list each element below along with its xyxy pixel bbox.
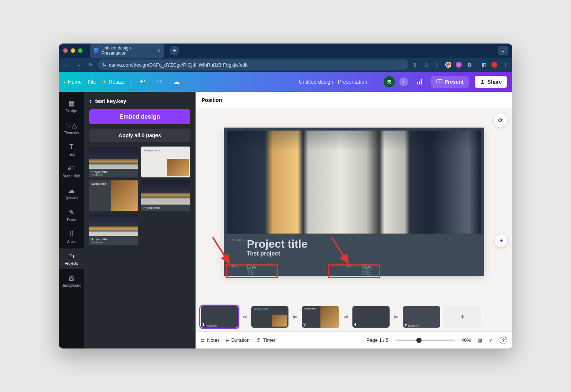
home-button[interactable]: ‹Home — [64, 79, 82, 85]
user-avatar[interactable]: R — [384, 76, 395, 87]
cloud-sync-icon[interactable]: ☁ — [171, 76, 182, 87]
fullscreen-button[interactable]: ⤢ — [489, 337, 493, 343]
slide-subtitle[interactable]: Test project — [247, 250, 477, 257]
name-value-2: ME — [362, 270, 446, 276]
browser-menu-icon[interactable]: ⋮ — [502, 61, 509, 68]
side-panel-icon[interactable]: ◧ — [480, 61, 487, 68]
rail-design[interactable]: ▦Design — [59, 96, 84, 117]
zoom-value[interactable]: 40% — [461, 337, 471, 343]
apply-all-pages-button[interactable]: Apply all 5 pages — [89, 129, 190, 142]
bookmark-icon[interactable]: ☆ — [423, 61, 430, 68]
template-thumb-2[interactable]: Sample title — [141, 147, 190, 177]
minimize-window-button[interactable] — [71, 48, 75, 53]
browser-tab[interactable]: Untitled design - Presentation × — [90, 44, 164, 58]
extension-moon-icon[interactable]: ☾ — [434, 61, 441, 68]
timer-icon: ⏱ — [256, 337, 261, 343]
rail-apps[interactable]: ⠿Apps — [59, 226, 84, 248]
transition-icon-3[interactable]: ⋈ — [343, 314, 349, 320]
left-rail: ▦Design ♡△Elements TText 🏷Brand Hub ☁Upl… — [59, 92, 84, 348]
notes-button[interactable]: ≣Notes — [201, 337, 220, 343]
slide-footer: PROJECT Project title Test project DATE … — [224, 234, 484, 276]
client-label: Client — [346, 265, 354, 269]
stage[interactable]: ⟳ PROJECT Project title Test project DAT… — [196, 108, 512, 296]
share-page-icon[interactable]: ⇧ — [412, 61, 419, 68]
browser-address-bar: ← → ⟳ ⇆ canva.com/design/DAFo_dYZCgc/PIG… — [59, 58, 512, 72]
name-value-1: NA — [362, 263, 446, 270]
zoom-slider[interactable] — [395, 340, 455, 341]
bottom-toolbar: ≣Notes ▸Duration ⏱Timer Page 1 / 5 40% ▦… — [196, 331, 512, 348]
page-thumb-5[interactable]: project title 5 — [403, 306, 440, 328]
embed-design-button[interactable]: Embed design — [89, 109, 190, 124]
forward-button[interactable]: → — [74, 62, 83, 68]
page-thumb-3[interactable]: Sample title 3 — [302, 306, 339, 328]
analytics-icon[interactable] — [414, 76, 425, 87]
slide-canvas[interactable]: PROJECT Project title Test project DATE … — [224, 128, 484, 276]
grid-view-button[interactable]: ▦ — [478, 337, 482, 343]
refresh-preview-button[interactable]: ⟳ — [494, 113, 507, 127]
magic-button[interactable]: ✦ — [494, 234, 508, 247]
app-window: Untitled design - Presentation × + ⌄ ← →… — [59, 44, 512, 348]
rail-projects[interactable]: 🗀Projects — [59, 248, 84, 269]
template-thumb-1[interactable]: Project titleTest project — [89, 147, 138, 177]
tabs-overflow-button[interactable]: ⌄ — [498, 46, 508, 55]
page-indicator[interactable]: Page 1 / 5 — [367, 337, 388, 343]
new-tab-button[interactable]: + — [170, 46, 179, 55]
reload-button[interactable]: ⟳ — [86, 62, 94, 68]
position-button[interactable]: Position — [201, 97, 222, 103]
rail-elements[interactable]: ♡△Elements — [59, 118, 84, 139]
svg-rect-2 — [421, 79, 422, 84]
panel-back-button[interactable]: ‹ — [89, 97, 91, 105]
maximize-window-button[interactable] — [78, 48, 83, 53]
duration-button[interactable]: ▸Duration — [226, 337, 249, 343]
extensions-puzzle-icon[interactable]: ⧉ — [466, 61, 473, 68]
add-page-button[interactable]: + — [444, 306, 481, 328]
close-tab-button[interactable]: × — [158, 48, 161, 54]
slide-title[interactable]: Project title — [247, 238, 477, 250]
url-field[interactable]: ⇆ canva.com/design/DAFo_dYZCgc/PIGjdHWlh… — [98, 60, 408, 70]
page-filmstrip: Project title 1 ⋈ Sample title 2 ⋈ Sampl… — [196, 302, 512, 331]
template-thumb-5[interactable]: Project titleTest project — [89, 214, 138, 245]
page-thumb-2[interactable]: Sample title 2 — [251, 306, 288, 328]
projects-icon: 🗀 — [68, 252, 75, 260]
template-thumb-3[interactable]: Sample title — [89, 180, 138, 211]
timer-button[interactable]: ⏱Timer — [256, 337, 275, 343]
rail-draw[interactable]: ✎Draw — [59, 205, 84, 226]
rail-uploads[interactable]: ☁Uploads — [59, 183, 84, 204]
canva-top-bar: ‹Home File ✦Resize ↶ ↷ ☁ Untitled design… — [59, 72, 512, 92]
zoom-thumb[interactable] — [416, 338, 422, 343]
slide-hero-image[interactable] — [227, 131, 481, 234]
redo-button[interactable]: ↷ — [154, 76, 165, 87]
add-collaborator-button[interactable]: + — [399, 77, 408, 86]
undo-button[interactable]: ↶ — [137, 76, 148, 87]
page-thumb-4[interactable]: 4 — [352, 306, 390, 328]
extension-icon-2[interactable] — [456, 62, 462, 68]
transition-icon-4[interactable]: ⋈ — [393, 314, 399, 320]
transition-icon-1[interactable]: ⋈ — [242, 314, 248, 320]
template-thumb-4[interactable]: Project title — [141, 180, 190, 211]
crown-icon: ✦ — [102, 79, 107, 85]
canvas-area: Position ⟳ PROJECT Project title Test pr… — [196, 92, 512, 348]
back-button[interactable]: ← — [62, 62, 71, 68]
rail-background[interactable]: ▨Background — [59, 270, 84, 291]
close-window-button[interactable] — [63, 48, 68, 53]
file-menu[interactable]: File — [88, 79, 96, 85]
svg-rect-0 — [417, 82, 418, 84]
rail-brand-hub[interactable]: 🏷Brand Hub — [59, 161, 84, 182]
document-title[interactable]: Untitled design - Presentation — [299, 79, 367, 85]
present-button[interactable]: Present — [431, 76, 469, 88]
template-thumbnails: Project titleTest project Sample title S… — [89, 147, 190, 245]
side-panel: ‹ test key.key Embed design Apply all 5 … — [84, 92, 196, 348]
client-cell[interactable]: Client NA ME — [346, 263, 446, 276]
help-button[interactable]: ? — [500, 337, 507, 344]
thumbnails-toggle[interactable]: ⌄ — [196, 296, 512, 302]
date-cell[interactable]: DATE DA TE — [230, 263, 331, 276]
profile-avatar-icon[interactable] — [491, 62, 497, 68]
page-thumb-1[interactable]: Project title 1 — [201, 306, 238, 328]
extension-icon-1[interactable] — [445, 62, 451, 68]
design-icon: ▦ — [68, 99, 75, 107]
site-info-icon[interactable]: ⇆ — [103, 62, 106, 67]
transition-icon-2[interactable]: ⋈ — [292, 314, 298, 320]
share-button[interactable]: Share — [475, 76, 507, 88]
resize-button[interactable]: ✦Resize — [102, 79, 125, 85]
rail-text[interactable]: TText — [59, 139, 84, 160]
